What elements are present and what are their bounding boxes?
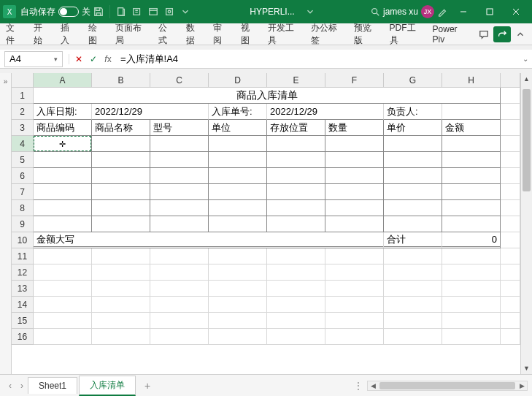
table-cell[interactable] — [267, 216, 325, 232]
grid-cell[interactable] — [267, 281, 325, 297]
grid-cell[interactable] — [442, 297, 501, 313]
row-header-12[interactable]: 12 — [12, 264, 34, 281]
grid-cell[interactable] — [209, 297, 267, 313]
grid-cell[interactable] — [267, 248, 325, 264]
table-cell[interactable] — [384, 216, 442, 232]
grid-cell[interactable] — [209, 281, 267, 297]
tab-insert[interactable]: 插入 — [55, 23, 82, 45]
formula-accept-icon[interactable]: ✓ — [87, 54, 100, 64]
cell-G4[interactable] — [384, 136, 442, 152]
table-cell[interactable] — [325, 168, 384, 184]
user-account[interactable]: james xu JX — [383, 5, 434, 18]
table-cell[interactable] — [209, 216, 267, 232]
grid-cell[interactable] — [442, 329, 501, 345]
grid-cell[interactable] — [384, 248, 442, 264]
fx-icon[interactable]: fx — [101, 54, 115, 64]
cell-blank[interactable] — [501, 152, 520, 168]
grid-cell[interactable] — [325, 264, 384, 281]
grid-cell[interactable] — [92, 297, 150, 313]
row-header-5[interactable]: 5 — [12, 152, 34, 168]
row-header-10[interactable]: 10 — [12, 232, 34, 248]
grid-cell[interactable] — [267, 329, 325, 345]
table-cell[interactable] — [92, 184, 150, 200]
th-model[interactable]: 型号 — [150, 120, 209, 136]
cell-blank[interactable] — [501, 232, 520, 248]
tab-draw[interactable]: 绘图 — [82, 23, 110, 45]
grid-cell[interactable] — [325, 313, 384, 329]
sheet-prev-icon[interactable]: ‹ — [4, 381, 16, 391]
scroll-up-icon[interactable]: ▲ — [521, 73, 532, 85]
table-cell[interactable] — [150, 152, 209, 168]
grid-cell[interactable] — [92, 264, 150, 281]
value-owner[interactable] — [442, 104, 501, 120]
cell-blank[interactable] — [501, 200, 520, 216]
table-cell[interactable] — [325, 216, 384, 232]
grid-cell[interactable] — [150, 329, 209, 345]
table-cell[interactable] — [384, 184, 442, 200]
qat-icon-3[interactable] — [145, 4, 161, 20]
grid-cell[interactable] — [325, 281, 384, 297]
label-total[interactable]: 合计 — [384, 232, 442, 248]
table-cell[interactable] — [150, 216, 209, 232]
hscroll-left-icon[interactable]: ◀ — [368, 382, 378, 389]
grid-cell[interactable] — [34, 264, 92, 281]
grid-cell[interactable] — [209, 264, 267, 281]
grid-cell[interactable] — [267, 264, 325, 281]
title-dropdown-icon[interactable] — [302, 4, 318, 20]
spreadsheet-grid[interactable]: A B C D E F G H 1 商品入库清单 2 入库日期: 2022/12… — [12, 73, 520, 374]
document-title[interactable]: HYPERLI... — [242, 7, 301, 17]
table-cell[interactable] — [442, 200, 501, 216]
table-cell[interactable] — [92, 152, 150, 168]
table-cell[interactable] — [267, 168, 325, 184]
name-box-dropdown-icon[interactable]: ▾ — [54, 56, 58, 63]
cell-blank[interactable] — [501, 297, 520, 313]
panel-expand-icon[interactable]: » — [0, 73, 12, 374]
grid-cell[interactable] — [92, 313, 150, 329]
row-header-9[interactable]: 9 — [12, 216, 34, 232]
table-cell[interactable] — [92, 200, 150, 216]
col-header-F[interactable]: F — [325, 73, 384, 87]
table-cell[interactable] — [384, 152, 442, 168]
tab-pagelayout[interactable]: 页面布局 — [109, 23, 153, 45]
toggle-switch-icon[interactable] — [58, 7, 79, 17]
maximize-button[interactable] — [477, 0, 503, 23]
grid-cell[interactable] — [34, 248, 92, 264]
table-cell[interactable] — [34, 200, 92, 216]
col-header-H[interactable]: H — [442, 73, 501, 87]
tab-pdf[interactable]: PDF工具 — [384, 23, 427, 45]
vertical-scrollbar[interactable]: ▲ ▼ — [520, 73, 532, 374]
cell-blank[interactable] — [501, 88, 520, 104]
cell-blank[interactable] — [501, 313, 520, 329]
grid-cell[interactable] — [150, 313, 209, 329]
tab-view[interactable]: 视图 — [235, 23, 263, 45]
grid-cell[interactable] — [442, 281, 501, 297]
row-header-15[interactable]: 15 — [12, 313, 34, 329]
formula-cancel-icon[interactable]: ✕ — [72, 54, 85, 64]
table-cell[interactable] — [325, 184, 384, 200]
table-cell[interactable] — [150, 168, 209, 184]
row-header-6[interactable]: 6 — [12, 168, 34, 184]
label-cn-amount[interactable]: 金额大写 — [34, 232, 384, 248]
scroll-thumb[interactable] — [523, 89, 531, 191]
row-header-13[interactable]: 13 — [12, 281, 34, 297]
th-unit[interactable]: 单位 — [209, 120, 267, 136]
tab-dev[interactable]: 开发工具 — [262, 23, 305, 45]
row-header-2[interactable]: 2 — [12, 104, 34, 120]
active-cell-A4[interactable]: ✛ — [34, 136, 92, 152]
scroll-down-icon[interactable]: ▼ — [521, 362, 532, 374]
table-cell[interactable] — [150, 184, 209, 200]
tab-office[interactable]: 办公标签 — [305, 23, 348, 45]
cell-blank[interactable] — [501, 216, 520, 232]
hscroll-thumb[interactable] — [379, 382, 515, 389]
table-cell[interactable] — [34, 216, 92, 232]
table-cell[interactable] — [267, 152, 325, 168]
row-header-16[interactable]: 16 — [12, 329, 34, 345]
comments-button[interactable] — [475, 26, 492, 42]
grid-cell[interactable] — [384, 313, 442, 329]
sheet-tab-sheet1[interactable]: Sheet1 — [28, 377, 77, 394]
row-header-14[interactable]: 14 — [12, 297, 34, 313]
grid-cell[interactable] — [325, 248, 384, 264]
table-cell[interactable] — [209, 168, 267, 184]
table-cell[interactable] — [442, 216, 501, 232]
qat-icon-2[interactable] — [129, 4, 145, 20]
